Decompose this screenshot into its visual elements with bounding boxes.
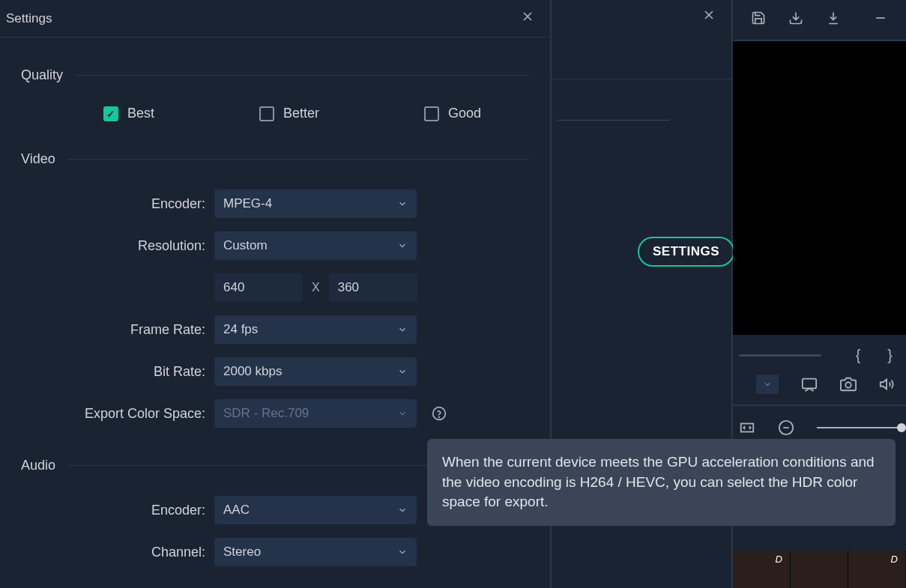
help-icon[interactable] — [432, 406, 447, 421]
select-value: 24 fps — [223, 322, 258, 337]
mark-in-icon[interactable]: { — [856, 347, 861, 364]
resolution-select[interactable]: Custom — [214, 231, 417, 260]
audio-encoder-select[interactable]: AAC — [214, 496, 417, 524]
chevron-down-icon — [397, 547, 408, 557]
close-icon[interactable] — [520, 9, 535, 28]
display-icon[interactable] — [801, 376, 818, 392]
slider-knob[interactable] — [897, 423, 906, 432]
timeline-thumbnails[interactable]: D D — [733, 551, 906, 588]
thumbnail[interactable] — [791, 551, 848, 588]
save-icon[interactable] — [751, 10, 766, 29]
chevron-down-icon — [397, 324, 408, 335]
section-video: Video Encoder: MPEG-4 Resolution: Custom… — [0, 151, 550, 428]
encoder-label: Encoder: — [21, 196, 214, 212]
bit-rate-label: Bit Rate: — [21, 364, 214, 380]
chevron-down-icon — [397, 240, 408, 251]
quality-better-label: Better — [283, 106, 319, 121]
fit-icon[interactable] — [739, 419, 755, 436]
color-space-select[interactable]: SDR - Rec.709 — [214, 399, 417, 428]
divider — [67, 159, 529, 160]
quality-better[interactable]: Better — [259, 106, 319, 121]
close-icon[interactable] — [701, 7, 716, 26]
chevron-down-icon — [397, 408, 408, 419]
zoom-slider[interactable] — [817, 427, 906, 428]
top-toolbar — [733, 0, 906, 41]
zoom-out-icon[interactable] — [778, 419, 794, 436]
svg-point-1 — [439, 417, 440, 418]
audio-label: Audio — [21, 458, 55, 473]
volume-icon[interactable] — [879, 376, 896, 392]
select-value: 2000 kbps — [223, 364, 282, 379]
settings-button[interactable]: SETTINGS — [638, 237, 734, 267]
channel-select[interactable]: Stereo — [214, 538, 417, 566]
download-icon[interactable] — [826, 10, 841, 29]
preview-viewport[interactable] — [733, 41, 906, 335]
resolution-label: Resolution: — [21, 238, 214, 254]
select-value: SDR - Rec.709 — [223, 406, 309, 421]
panel-header: Settings — [0, 0, 550, 37]
snapshot-icon[interactable] — [840, 376, 857, 392]
quality-best-label: Best — [127, 106, 154, 121]
checkbox-icon — [424, 106, 439, 121]
thumbnail[interactable]: D — [733, 551, 791, 588]
quality-label: Quality — [21, 67, 63, 83]
checkbox-icon — [259, 106, 274, 121]
height-input[interactable]: 360 — [329, 273, 417, 302]
quality-dropdown[interactable] — [756, 375, 779, 394]
select-value: Custom — [223, 238, 268, 253]
mark-out-icon[interactable]: } — [887, 347, 893, 364]
quality-good-label: Good — [448, 106, 481, 121]
chevron-down-icon — [397, 198, 408, 209]
minimize-icon[interactable] — [873, 10, 888, 29]
color-space-tooltip: When the current device meets the GPU ac… — [427, 439, 896, 526]
svg-rect-2 — [803, 379, 816, 389]
chevron-down-icon — [397, 366, 408, 377]
section-quality: Quality Best Better Good — [0, 67, 550, 121]
select-value: AAC — [223, 503, 250, 518]
bit-rate-select[interactable]: 2000 kbps — [214, 357, 417, 386]
chevron-down-icon — [397, 505, 408, 515]
width-input[interactable]: 640 — [214, 273, 303, 302]
x-separator: X — [312, 281, 320, 294]
divider — [552, 79, 731, 79]
color-space-label: Export Color Space: — [21, 406, 214, 422]
divider — [75, 75, 529, 76]
quality-best[interactable]: Best — [103, 106, 154, 121]
frame-rate-select[interactable]: 24 fps — [214, 315, 417, 344]
frame-rate-label: Frame Rate: — [21, 322, 214, 338]
divider — [558, 120, 670, 121]
select-value: Stereo — [223, 545, 261, 560]
audio-encoder-label: Encoder: — [21, 503, 214, 518]
panel-title: Settings — [6, 11, 52, 26]
checkbox-checked-icon — [103, 106, 118, 121]
quality-good[interactable]: Good — [424, 106, 481, 121]
video-encoder-select[interactable]: MPEG-4 — [214, 190, 417, 218]
video-label: Video — [21, 151, 55, 167]
channel-label: Channel: — [21, 545, 214, 560]
progress-bar[interactable] — [739, 354, 821, 357]
import-icon[interactable] — [788, 10, 803, 29]
select-value: MPEG-4 — [223, 196, 272, 211]
thumbnail[interactable]: D — [848, 551, 906, 588]
svg-point-3 — [845, 382, 851, 387]
